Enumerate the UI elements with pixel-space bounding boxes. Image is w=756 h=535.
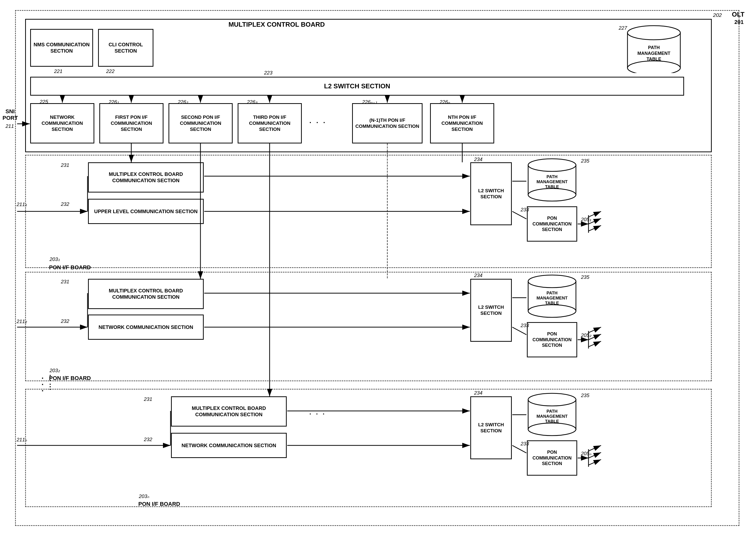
svg-text:MANAGEMENT: MANAGEMENT [536, 296, 568, 300]
pon-comm-2: PON COMMUNICATION SECTION [527, 322, 577, 357]
second-pon-box: SECOND PON I/F COMMUNICATION SECTION [169, 103, 233, 143]
ref-231-n: 231 [144, 396, 152, 402]
network-comm-2: NETWORK COMMUNICATION SECTION [88, 315, 204, 340]
svg-text:PATH: PATH [547, 291, 557, 296]
svg-point-7 [528, 159, 576, 171]
path-mgmt-top: PATH MANAGEMENT TABLE [626, 25, 682, 73]
svg-text:MANAGEMENT: MANAGEMENT [536, 414, 568, 419]
dots-mid-left2: ⋮ [46, 382, 54, 391]
dots-mid-left: ⋮ [46, 374, 54, 382]
olt-num: 201 [734, 19, 744, 25]
svg-text:TABLE: TABLE [545, 301, 559, 305]
ref-226-3: 226₃ [247, 99, 257, 105]
ref-235-2: 235 [581, 274, 589, 280]
multiplex-board-title: MULTIPLEX CONTROL BOARD [163, 21, 390, 28]
ref-232-2: 232 [61, 318, 69, 324]
third-pon-box: THIRD PON I/F COMMUNICATION SECTION [238, 103, 302, 143]
ref-223: 223 [264, 70, 272, 76]
svg-text:TABLE: TABLE [545, 184, 559, 189]
pon-comm-n: PON COMMUNICATION SECTION [527, 440, 577, 476]
ref-221: 221 [54, 69, 62, 74]
mcb-comm-n: MULTIPLEX CONTROL BOARD COMMUNICATION SE… [171, 396, 287, 427]
sni-port-label: SNI PORT [3, 108, 17, 122]
ref-205-1: 205₁ [581, 216, 591, 222]
ref-226-1: 226₁ [109, 99, 119, 105]
n1-pon-box: (N-1)TH PON I/F COMMUNICATION SECTION [352, 103, 422, 143]
ref-233-2: 233 [521, 323, 529, 328]
ref-203-2: 203₂ [49, 367, 60, 374]
ref-233-1: 233 [521, 207, 529, 212]
ref-232-1: 232 [61, 201, 69, 207]
dots-top: · · · [309, 118, 327, 127]
svg-point-2 [628, 61, 680, 73]
ref-211-2: 211₂ [16, 318, 27, 324]
svg-text:MANAGEMENT: MANAGEMENT [536, 180, 568, 184]
svg-text:PATH: PATH [648, 45, 660, 50]
ref-211-1: 211₁ [16, 201, 27, 207]
l2-switch-top: L2 SWITCH SECTION [30, 77, 684, 96]
l2-switch-2: L2 SWITCH SECTION [470, 279, 512, 342]
ref-234-2: 234 [474, 272, 482, 278]
svg-point-14 [528, 305, 576, 317]
ref-232-n: 232 [144, 436, 152, 442]
svg-text:PATH: PATH [547, 409, 557, 414]
ref-226-2: 226₂ [178, 99, 188, 105]
cli-section-box: CLI CONTROL SECTION [98, 29, 153, 67]
mid-dots-vertical3: · [41, 386, 43, 395]
upper-level-1: UPPER LEVEL COMMUNICATION SECTION [88, 199, 204, 224]
ref-226-n1: 226ₙ₋₁ [362, 99, 377, 105]
pon-comm-1: PON COMMUNICATION SECTION [527, 206, 577, 241]
path-mgmt-2: PATH MANAGEMENT TABLE [527, 274, 577, 318]
path-mgmt-1: PATH MANAGEMENT TABLE [527, 158, 577, 202]
pon-if-board-n-label: PON I/F BOARD [138, 501, 180, 507]
ref-205-2: 205₂ [581, 332, 591, 338]
ref-233-n: 233 [521, 441, 529, 447]
horiz-dots-board: · · · [309, 410, 326, 418]
ref-227: 227 [619, 25, 627, 31]
ref-234-n: 234 [474, 390, 482, 396]
svg-text:PATH: PATH [547, 174, 557, 179]
ref-235-1: 235 [581, 158, 589, 164]
olt-label: OLT [732, 11, 744, 18]
ref-203-1: 203₁ [49, 256, 60, 262]
svg-point-8 [528, 188, 576, 201]
mcb-comm-2: MULTIPLEX CONTROL BOARD COMMUNICATION SE… [88, 279, 204, 309]
ref-235-n: 235 [581, 393, 589, 398]
ref-211-n: 211ₙ [16, 436, 27, 443]
ref-226-n: 226ₙ [440, 99, 450, 105]
ref-202: 202 [713, 12, 722, 18]
network-comm-n: NETWORK COMMUNICATION SECTION [171, 433, 287, 458]
l2-switch-1: L2 SWITCH SECTION [470, 162, 512, 225]
svg-text:TABLE: TABLE [647, 57, 662, 62]
pon-if-board-2-label: PON I/F BOARD [49, 375, 91, 381]
sni-port-num: 211 [6, 123, 14, 129]
ref-234-1: 234 [474, 156, 482, 162]
svg-text:TABLE: TABLE [545, 419, 559, 424]
network-comm-box: NETWORK COMMUNICATION SECTION [30, 103, 94, 143]
l2-switch-n: L2 SWITCH SECTION [470, 396, 512, 459]
svg-point-20 [528, 423, 576, 436]
nth-pon-box: NTH PON I/F COMMUNICATION SECTION [430, 103, 494, 143]
path-mgmt-n: PATH MANAGEMENT TABLE [527, 393, 577, 436]
mcb-comm-1: MULTIPLEX CONTROL BOARD COMMUNICATION SE… [88, 162, 204, 192]
ref-203-n: 203ₙ [139, 493, 149, 499]
ref-222: 222 [106, 69, 115, 74]
first-pon-box: FIRST PON I/F COMMUNICATION SECTION [99, 103, 163, 143]
svg-point-13 [528, 275, 576, 288]
svg-point-1 [628, 26, 680, 40]
ref-205-n: 205ₙ [581, 450, 591, 457]
nms-section-box: NMS COMMUNICATION SECTION [30, 29, 93, 67]
pon-if-board-1-label: PON I/F BOARD [49, 264, 91, 271]
svg-text:MANAGEMENT: MANAGEMENT [637, 51, 670, 56]
svg-point-19 [528, 393, 576, 406]
ref-225: 225 [40, 99, 48, 105]
ref-231-2: 231 [61, 279, 69, 285]
ref-231-1: 231 [61, 162, 69, 168]
